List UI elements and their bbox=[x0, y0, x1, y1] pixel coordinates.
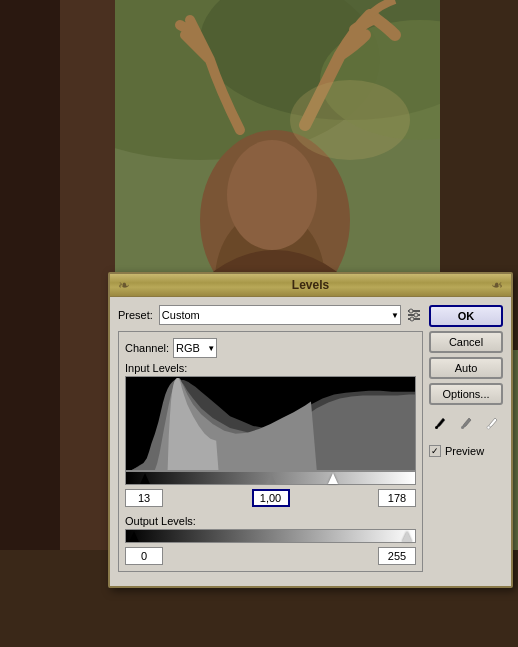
cancel-button[interactable]: Cancel bbox=[429, 331, 503, 353]
svg-point-13 bbox=[290, 80, 410, 160]
auto-button[interactable]: Auto bbox=[429, 357, 503, 379]
histogram-svg bbox=[126, 377, 415, 470]
channel-label: Channel: bbox=[125, 342, 169, 354]
options-button[interactable]: Options... bbox=[429, 383, 503, 405]
svg-rect-6 bbox=[60, 0, 115, 647]
dialog-title: Levels bbox=[292, 278, 329, 292]
preview-checkmark: ✓ bbox=[431, 446, 439, 456]
svg-point-17 bbox=[409, 309, 413, 313]
preset-select-wrapper: Custom ▼ bbox=[159, 305, 401, 325]
preview-checkbox[interactable]: ✓ bbox=[429, 445, 441, 457]
levels-group-box: Channel: RGB ▼ Input Levels: bbox=[118, 331, 423, 572]
dialog-body: Preset: Custom ▼ bbox=[110, 297, 511, 586]
input-slider-track[interactable] bbox=[125, 471, 416, 485]
mid-level-input[interactable] bbox=[252, 489, 290, 507]
output-white-handle[interactable] bbox=[402, 531, 412, 542]
svg-point-22 bbox=[461, 426, 464, 429]
levels-dialog: Levels Preset: Custom ▼ bbox=[108, 272, 513, 588]
input-levels-label: Input Levels: bbox=[125, 362, 416, 374]
settings-icon[interactable] bbox=[405, 306, 423, 324]
eyedroppers-row bbox=[429, 409, 503, 439]
white-point-handle[interactable] bbox=[328, 473, 338, 484]
output-white-input[interactable] bbox=[378, 547, 416, 565]
midtone-handle[interactable] bbox=[266, 473, 276, 484]
svg-point-10 bbox=[227, 140, 317, 250]
preset-row: Preset: Custom ▼ bbox=[118, 305, 423, 325]
svg-point-21 bbox=[435, 426, 438, 429]
output-levels-label: Output Levels: bbox=[125, 515, 416, 527]
preview-row: ✓ Preview bbox=[429, 443, 503, 459]
dialog-titlebar: Levels bbox=[110, 274, 511, 297]
channel-select[interactable]: RGB bbox=[173, 338, 217, 358]
output-values-row bbox=[125, 547, 416, 565]
svg-point-19 bbox=[410, 317, 414, 321]
white-level-input[interactable] bbox=[378, 489, 416, 507]
preset-select[interactable]: Custom bbox=[159, 305, 401, 325]
black-point-handle[interactable] bbox=[140, 473, 150, 484]
black-level-input[interactable] bbox=[125, 489, 163, 507]
channel-row: Channel: RGB ▼ bbox=[125, 338, 416, 358]
black-eyedropper[interactable] bbox=[429, 413, 451, 435]
svg-point-18 bbox=[414, 313, 418, 317]
preset-label: Preset: bbox=[118, 309, 153, 321]
ok-button[interactable]: OK bbox=[429, 305, 503, 327]
output-black-handle[interactable] bbox=[129, 531, 139, 542]
dialog-buttons: OK Cancel Auto Options... bbox=[429, 305, 503, 578]
gray-eyedropper[interactable] bbox=[455, 413, 477, 435]
dialog-main: Preset: Custom ▼ bbox=[118, 305, 423, 578]
output-black-input[interactable] bbox=[125, 547, 163, 565]
preview-label: Preview bbox=[445, 445, 484, 457]
histogram-container bbox=[125, 376, 416, 471]
channel-select-wrapper: RGB ▼ bbox=[173, 338, 217, 358]
output-slider-track[interactable] bbox=[125, 529, 416, 543]
white-eyedropper[interactable] bbox=[481, 413, 503, 435]
input-values-row bbox=[125, 489, 416, 507]
svg-point-23 bbox=[487, 426, 490, 429]
